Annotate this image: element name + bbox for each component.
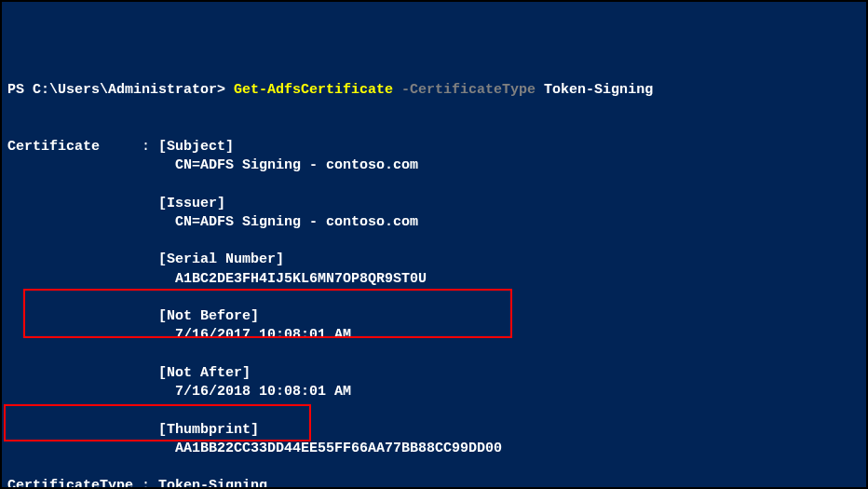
- not-after-value: 7/16/2018 10:08:01 AM: [175, 384, 351, 400]
- issuer-header: [Issuer]: [158, 196, 225, 211]
- not-before-value: 7/16/2017 10:08:01 AM: [175, 327, 351, 343]
- param-name: -CertificateType: [393, 82, 536, 98]
- issuer-value: CN=ADFS Signing - contoso.com: [175, 214, 418, 230]
- thumbprint-header: [Thumbprint]: [158, 422, 259, 438]
- cert-type-value: Token-Signing: [158, 478, 267, 489]
- not-after-header: [Not After]: [158, 365, 251, 381]
- prompt: PS C:\Users\Administrator>: [7, 82, 234, 98]
- cmdlet: Get-AdfsCertificate: [234, 82, 393, 98]
- command-line[interactable]: PS C:\Users\Administrator> Get-AdfsCerti…: [7, 82, 653, 98]
- cert-type-label: CertificateType: [7, 478, 133, 489]
- serial-header: [Serial Number]: [158, 251, 284, 267]
- cert-label: Certificate: [7, 139, 100, 155]
- not-before-header: [Not Before]: [158, 308, 259, 324]
- highlight-is-primary: [4, 404, 311, 441]
- thumbprint-inner-value: AA1BB22CC33DD44EE55FF66AA77BB88CC99DD00: [175, 441, 502, 456]
- param-value: Token-Signing: [536, 82, 653, 98]
- subject-value: CN=ADFS Signing - contoso.com: [175, 157, 418, 173]
- subject-header: [Subject]: [158, 139, 234, 155]
- serial-value: A1BC2DE3FH4IJ5KL6MN7OP8QR9ST0U: [175, 271, 427, 287]
